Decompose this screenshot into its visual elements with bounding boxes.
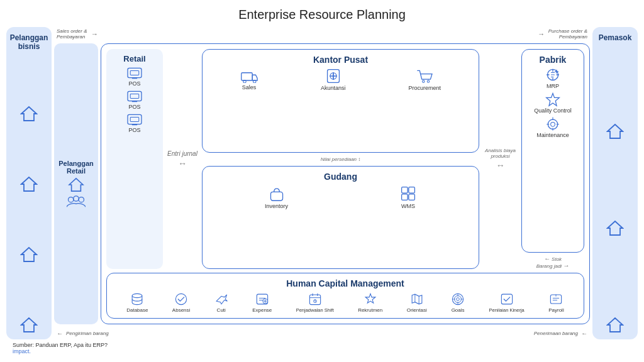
orientasi-module: Orientasi xyxy=(407,292,427,313)
pos-icon-2 xyxy=(126,89,143,103)
svg-point-1 xyxy=(74,195,79,200)
svg-rect-22 xyxy=(402,194,408,200)
main-erp-box: Retail POS xyxy=(101,43,590,324)
retail-title: Retail xyxy=(123,54,145,63)
goals-icon xyxy=(451,292,465,306)
pos-item-2: POS xyxy=(126,89,143,110)
truck-icon xyxy=(240,69,258,83)
grid-icon xyxy=(400,185,416,202)
svg-point-26 xyxy=(132,293,142,297)
house-icon-2 xyxy=(20,175,38,192)
inventory-module: Inventory xyxy=(265,185,288,209)
gudang-box: Gudang xyxy=(202,166,479,270)
check-circle-icon xyxy=(174,292,188,306)
penerimaan-barang-label: Penerimaan barang ← xyxy=(534,330,587,337)
svg-rect-9 xyxy=(128,114,142,124)
quality-control-module: Quality Control xyxy=(534,92,572,114)
svg-rect-11 xyxy=(132,124,137,126)
absensi-module: Absensi xyxy=(172,292,190,313)
svg-rect-35 xyxy=(501,294,512,304)
barang-jadi-label: Barang jadi → xyxy=(521,262,584,269)
footer-link[interactable]: impact. xyxy=(13,348,31,354)
pabrik-box: Pabrik xyxy=(521,49,584,253)
svg-rect-19 xyxy=(270,192,282,200)
gudang-title: Gudang xyxy=(209,172,472,182)
pabrik-title: Pabrik xyxy=(540,55,567,65)
top-flow-row: Sales order & Pembayaran → → Purchase or… xyxy=(54,27,590,41)
pos-item-1: POS xyxy=(126,66,143,87)
svg-point-2 xyxy=(79,197,84,202)
plane-icon xyxy=(214,292,228,306)
hcm-box: Human Capital Management xyxy=(106,273,584,319)
stok-label: ← Stok xyxy=(521,255,584,262)
center-col: Kantor Pusat xyxy=(202,49,479,269)
page-title: Enterprise Resource Planning xyxy=(6,8,638,22)
rekrutmen-module: Rekrutmen xyxy=(358,292,382,313)
kantor-pusat-title: Kantor Pusat xyxy=(209,55,472,65)
pemasok-house-3 xyxy=(606,316,624,333)
retail-box: Retail POS xyxy=(106,49,163,269)
penilaian-kinerja-module: Penilaian Kinerja xyxy=(489,292,525,313)
entri-jurnal-arrow: Entri jurnal ↔ xyxy=(167,49,198,269)
svg-rect-5 xyxy=(132,78,137,79)
accounting-icon xyxy=(325,69,341,84)
cart-icon xyxy=(416,69,433,84)
expense-icon xyxy=(255,292,269,306)
svg-point-34 xyxy=(457,298,460,301)
svg-rect-7 xyxy=(130,94,139,99)
svg-point-25 xyxy=(551,122,555,126)
svg-point-33 xyxy=(455,296,462,303)
sales-module: Sales xyxy=(240,69,258,90)
footer-text: Sumber: Panduan ERP, Apa itu ERP? xyxy=(13,342,108,348)
pos-item-3: POS xyxy=(126,112,143,133)
pelanggan-bisnis-label: Pelanggan bisnis xyxy=(10,33,48,52)
svg-point-18 xyxy=(428,80,430,82)
checkmark-icon xyxy=(500,292,514,306)
akuntansi-module: Akuntansi xyxy=(321,69,346,91)
cuti-module: Cuti xyxy=(214,292,228,313)
svg-rect-20 xyxy=(402,187,408,193)
map-icon xyxy=(410,292,424,306)
pemasok-house-1 xyxy=(606,122,624,139)
svg-rect-12 xyxy=(242,73,253,80)
svg-rect-23 xyxy=(409,194,415,200)
svg-rect-3 xyxy=(128,68,142,77)
pos-icon-3 xyxy=(126,112,143,126)
svg-rect-21 xyxy=(409,187,415,193)
bottom-flow-row: ← Pengiriman barang Penerimaan barang ← xyxy=(54,327,590,339)
penjadwalan-shift-module: Penjadwalan Shift xyxy=(296,292,334,313)
expense-module: Expense xyxy=(252,292,272,313)
bag-icon xyxy=(269,185,285,202)
calendar-icon xyxy=(308,292,322,306)
pemasok-house-2 xyxy=(606,219,624,236)
purchase-order-label: → Purchase order & Pembayaran xyxy=(538,28,587,40)
pemasok-col: Pemasok xyxy=(592,27,638,339)
pabrik-col: Pabrik xyxy=(521,49,584,269)
mrp-icon xyxy=(545,67,561,82)
svg-rect-6 xyxy=(128,91,142,101)
pengiriman-barang-label: ← Pengiriman barang xyxy=(57,330,109,337)
maintenance-icon xyxy=(545,116,561,131)
pelanggan-retail-house xyxy=(68,177,84,192)
pelanggan-retail-box: Pelanggan Retail xyxy=(54,43,98,324)
procurement-module: Procurement xyxy=(408,69,441,91)
hcm-title: Human Capital Management xyxy=(114,278,576,288)
goals-module: Goals xyxy=(451,292,465,313)
maintenance-module: Maintenance xyxy=(536,116,569,138)
mrp-module: MRP xyxy=(545,67,561,89)
svg-rect-4 xyxy=(130,71,139,75)
star-icon xyxy=(545,92,561,107)
svg-point-27 xyxy=(175,293,186,304)
svg-point-0 xyxy=(69,197,74,202)
pelanggan-retail-people xyxy=(67,195,86,209)
nilai-persediaan-arrow: Nilai persediaan ↕ xyxy=(202,156,479,162)
pelanggan-bisnis-col: Pelanggan bisnis xyxy=(6,27,52,339)
svg-point-17 xyxy=(423,80,425,82)
wms-module: WMS xyxy=(400,185,416,209)
sales-order-label: Sales order & Pembayaran → xyxy=(57,28,97,40)
database-icon xyxy=(130,292,144,306)
house-icon-4 xyxy=(20,316,38,333)
payroll-icon xyxy=(549,292,563,306)
house-icon-1 xyxy=(20,105,38,122)
analisis-biaya-arrow: Analisis biaya produksi ↔ xyxy=(483,49,518,269)
